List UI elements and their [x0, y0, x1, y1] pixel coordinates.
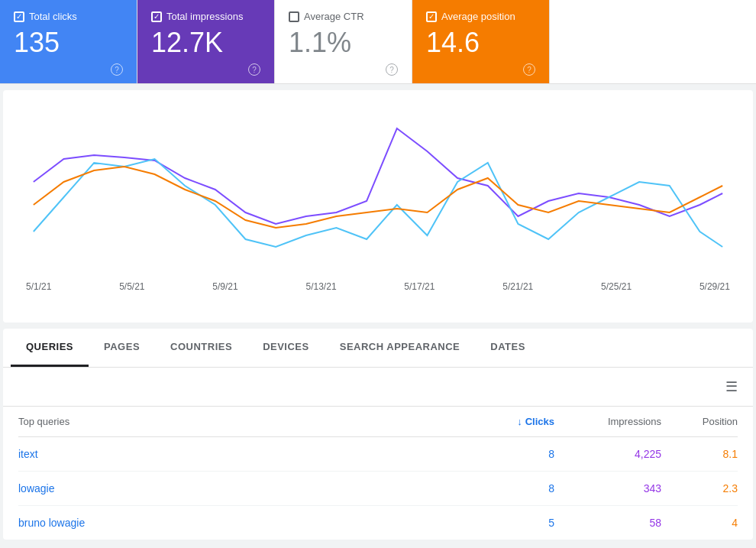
average-position-checkbox[interactable]: [426, 11, 437, 22]
tab-devices[interactable]: DEVICES: [247, 329, 325, 367]
metric-average-position-header: Average position: [426, 11, 535, 22]
tab-dates[interactable]: DATES: [475, 329, 541, 367]
filter-icon[interactable]: ☰: [725, 378, 738, 395]
row-2-query[interactable]: bruno lowagie: [18, 517, 463, 529]
x-label-1: 5/5/21: [119, 281, 144, 292]
total-clicks-checkbox[interactable]: [14, 11, 24, 22]
col-header-query: Top queries: [18, 416, 463, 427]
x-label-7: 5/29/21: [699, 281, 730, 292]
x-label-4: 5/17/21: [404, 281, 435, 292]
total-impressions-footer: ?: [151, 63, 260, 76]
metric-average-ctr[interactable]: Average CTR 1.1% ?: [275, 0, 412, 83]
table-area: Top queries ↓ Clicks Impressions Positio…: [3, 407, 753, 540]
table-row: lowagie 8 343 2.3: [18, 472, 738, 506]
x-label-5: 5/21/21: [502, 281, 533, 292]
row-0-impressions: 4,225: [554, 448, 661, 460]
metric-total-clicks-header: Total clicks: [14, 11, 123, 22]
average-position-help-icon[interactable]: ?: [523, 63, 535, 76]
row-1-query[interactable]: lowagie: [18, 482, 463, 494]
table-row: bruno lowagie 5 58 4: [18, 506, 738, 540]
average-ctr-checkbox[interactable]: [289, 11, 299, 22]
tabs-section: QUERIES PAGES COUNTRIES DEVICES SEARCH A…: [3, 329, 753, 540]
total-clicks-help-icon[interactable]: ?: [111, 63, 123, 76]
metric-total-clicks[interactable]: Total clicks 135 ?: [0, 0, 137, 83]
row-0-position: 8.1: [661, 448, 738, 460]
total-impressions-value: 12.7K: [151, 27, 260, 59]
chart-svg: [18, 105, 738, 274]
average-position-label: Average position: [441, 11, 515, 22]
total-clicks-label: Total clicks: [29, 11, 77, 22]
purple-line: [34, 128, 722, 224]
row-1-position: 2.3: [661, 482, 738, 494]
total-clicks-footer: ?: [14, 63, 123, 76]
metric-total-impressions[interactable]: Total impressions 12.7K ?: [137, 0, 275, 83]
metric-average-position[interactable]: Average position 14.6 ?: [412, 0, 550, 83]
tab-pages[interactable]: PAGES: [89, 329, 155, 367]
metrics-bar: Total clicks 135 ? Total impressions 12.…: [0, 0, 756, 84]
average-position-footer: ?: [426, 63, 535, 76]
average-ctr-help-icon[interactable]: ?: [386, 63, 398, 76]
average-ctr-footer: ?: [289, 63, 398, 76]
tab-countries[interactable]: COUNTRIES: [155, 329, 247, 367]
x-label-3: 5/13/21: [306, 281, 337, 292]
total-clicks-value: 135: [14, 27, 123, 59]
orange-line: [34, 167, 722, 228]
row-0-clicks: 8: [463, 448, 554, 460]
tabs-bar: QUERIES PAGES COUNTRIES DEVICES SEARCH A…: [3, 329, 753, 368]
total-impressions-checkbox[interactable]: [151, 11, 162, 22]
sort-down-icon: ↓: [517, 416, 522, 427]
row-0-query[interactable]: itext: [18, 448, 463, 460]
chart-x-labels: 5/1/21 5/5/21 5/9/21 5/13/21 5/17/21 5/2…: [18, 277, 738, 292]
metric-total-impressions-header: Total impressions: [151, 11, 260, 22]
row-1-clicks: 8: [463, 482, 554, 494]
table-row: itext 8 4,225 8.1: [18, 437, 738, 472]
total-impressions-label: Total impressions: [166, 11, 243, 22]
col-header-clicks: ↓ Clicks: [463, 416, 554, 427]
row-2-position: 4: [661, 517, 738, 529]
tab-search-appearance[interactable]: SEARCH APPEARANCE: [325, 329, 476, 367]
table-header: Top queries ↓ Clicks Impressions Positio…: [18, 407, 738, 437]
x-label-2: 5/9/21: [212, 281, 237, 292]
row-2-clicks: 5: [463, 517, 554, 529]
metric-average-ctr-header: Average CTR: [289, 11, 398, 22]
chart-container: 5/1/21 5/5/21 5/9/21 5/13/21 5/17/21 5/2…: [3, 90, 753, 323]
row-1-impressions: 343: [554, 482, 661, 494]
row-2-impressions: 58: [554, 517, 661, 529]
average-ctr-label: Average CTR: [304, 11, 364, 22]
average-position-value: 14.6: [426, 27, 535, 59]
tab-queries[interactable]: QUERIES: [11, 329, 89, 367]
x-label-6: 5/25/21: [601, 281, 632, 292]
col-header-impressions: Impressions: [554, 416, 661, 427]
col-header-position: Position: [661, 416, 738, 427]
filter-row: ☰: [3, 368, 753, 407]
total-impressions-help-icon[interactable]: ?: [248, 63, 260, 76]
x-label-0: 5/1/21: [26, 281, 51, 292]
average-ctr-value: 1.1%: [289, 27, 398, 59]
